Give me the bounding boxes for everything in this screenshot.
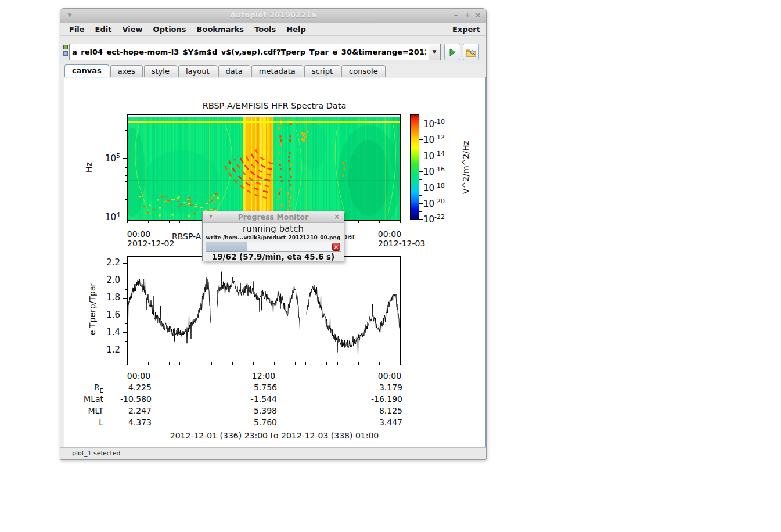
progress-dialog-titlebar[interactable]: ▾ Progress Monitor × bbox=[203, 211, 344, 223]
menu-file[interactable]: File bbox=[64, 23, 90, 36]
status-text: plot_1 selected bbox=[72, 450, 121, 457]
menu-view[interactable]: View bbox=[117, 23, 147, 36]
lineplot-ytick-3: 1.6 bbox=[85, 310, 120, 320]
window-title: Autoplot 20190221a bbox=[60, 10, 486, 19]
spectrogram-title: RBSP-A/EMFISIS HFR Spectra Data bbox=[64, 101, 485, 110]
status-bar: plot_1 selected bbox=[60, 447, 486, 459]
colorbar-tick-5: 10-20 bbox=[423, 197, 460, 209]
spectrogram-ytick-1e5: 105 bbox=[85, 152, 120, 164]
colorbar bbox=[410, 114, 419, 220]
colorbar-tick-3: 10-16 bbox=[423, 166, 460, 177]
tperp-tpar-plot[interactable] bbox=[121, 254, 406, 371]
go-play-button[interactable] bbox=[444, 44, 460, 60]
folder-magnifier-icon bbox=[466, 48, 476, 57]
uri-address-input[interactable] bbox=[69, 44, 429, 60]
colorbar-tick-0: 10-10 bbox=[423, 118, 460, 130]
plot2-title-fragment-left: RBSP-A bbox=[172, 232, 201, 241]
progress-detail-label: write /hom...walk3/product_20121210_00.p… bbox=[203, 235, 344, 240]
lineplot-ytick-2: 1.8 bbox=[85, 292, 120, 303]
lineplot-ytick-5: 1.2 bbox=[85, 344, 120, 355]
tab-axes[interactable]: axes bbox=[110, 65, 143, 77]
menu-tools[interactable]: Tools bbox=[249, 23, 281, 36]
main-tabstrip: canvas axes style layout data metadata s… bbox=[60, 64, 486, 77]
progress-monitor-dialog: ▾ Progress Monitor × running batch write… bbox=[202, 211, 344, 261]
spectrogram-ytick-1e4: 104 bbox=[85, 211, 120, 222]
progress-close-icon[interactable]: × bbox=[332, 213, 341, 221]
tab-data[interactable]: data bbox=[218, 65, 250, 77]
tab-layout[interactable]: layout bbox=[178, 65, 217, 77]
tab-script[interactable]: script bbox=[304, 65, 340, 77]
colorbar-tick-6: 10-22 bbox=[423, 213, 460, 225]
close-button[interactable]: × bbox=[473, 10, 483, 19]
bottom-xtick-2: 00:00 bbox=[371, 371, 408, 380]
progress-task-label: running batch bbox=[203, 224, 344, 234]
lineplot-ytick-4: 1.4 bbox=[85, 327, 120, 337]
bottom-xtick-0: 00:00 bbox=[120, 371, 157, 380]
table-row-re: RE 4.225 5.756 3.179 bbox=[64, 383, 485, 394]
tab-console[interactable]: console bbox=[341, 65, 386, 77]
spec-xtick-time-0: 00:00 bbox=[120, 229, 157, 239]
menu-edit[interactable]: Edit bbox=[90, 23, 117, 36]
cancel-task-button[interactable]: ✕ bbox=[332, 243, 340, 251]
datasource-green-square-icon bbox=[63, 45, 68, 49]
progress-bar-fill bbox=[206, 242, 247, 251]
bottom-xtick-1: 12:00 bbox=[245, 371, 282, 380]
maximize-button[interactable]: + bbox=[463, 10, 472, 19]
spec-xtick-time-2: 00:00 bbox=[371, 229, 408, 239]
menu-bar: File Edit View Options Bookmarks Tools H… bbox=[60, 23, 486, 36]
tab-style[interactable]: style bbox=[144, 65, 177, 77]
colorbar-tick-4: 10-18 bbox=[423, 182, 460, 193]
table-row-mlt: MLT 2.247 5.398 8.125 bbox=[64, 406, 485, 418]
autoplot-window: ▾ Autoplot 20190221a – + × File Edit Vie… bbox=[60, 8, 487, 460]
datasource-blue-square-icon bbox=[63, 51, 68, 56]
progress-stats-label: 19/62 (57.9/min, eta 45.6 s) bbox=[203, 252, 344, 261]
window-titlebar[interactable]: ▾ Autoplot 20190221a – + × bbox=[60, 9, 486, 23]
inspect-uri-button[interactable] bbox=[463, 44, 479, 60]
colorbar-tick-2: 10-14 bbox=[423, 150, 460, 161]
expert-mode-label[interactable]: Expert bbox=[452, 25, 486, 34]
tab-metadata[interactable]: metadata bbox=[251, 65, 303, 77]
plot-canvas-panel: RBSP-A/EMFISIS HFR Spectra Data Hz 105 1… bbox=[63, 77, 486, 448]
timerange-label: 2012-12-01 (336) 23:00 to 2012-12-03 (33… bbox=[64, 431, 485, 440]
menu-bookmarks[interactable]: Bookmarks bbox=[192, 23, 250, 36]
uri-dropdown-button[interactable]: ▼ bbox=[429, 44, 441, 60]
progress-dialog-title: Progress Monitor bbox=[203, 213, 344, 221]
menu-help[interactable]: Help bbox=[281, 23, 311, 36]
spec-xtick-date-0: 2012-12-02 bbox=[127, 239, 174, 248]
colorbar-tick-1: 10-12 bbox=[423, 134, 460, 145]
progress-bar: ✕ bbox=[206, 242, 341, 252]
colorbar-label: V^2/m^2/Hz bbox=[459, 132, 472, 202]
tab-canvas[interactable]: canvas bbox=[64, 64, 109, 77]
lineplot-ytick-0: 2.2 bbox=[85, 257, 120, 268]
table-row-l: L 4.373 5.760 3.447 bbox=[64, 418, 485, 429]
spec-xtick-date-2: 2012-12-03 bbox=[378, 239, 425, 248]
table-row-mlat: MLat -10.580 -1.544 -16.190 bbox=[64, 394, 485, 406]
uri-toolbar: ▼ bbox=[60, 36, 486, 64]
lineplot-ytick-1: 2.0 bbox=[85, 275, 120, 285]
play-icon bbox=[448, 48, 457, 57]
minimize-button[interactable]: – bbox=[451, 10, 460, 19]
datasource-icon bbox=[62, 44, 69, 58]
menu-options[interactable]: Options bbox=[148, 23, 192, 36]
